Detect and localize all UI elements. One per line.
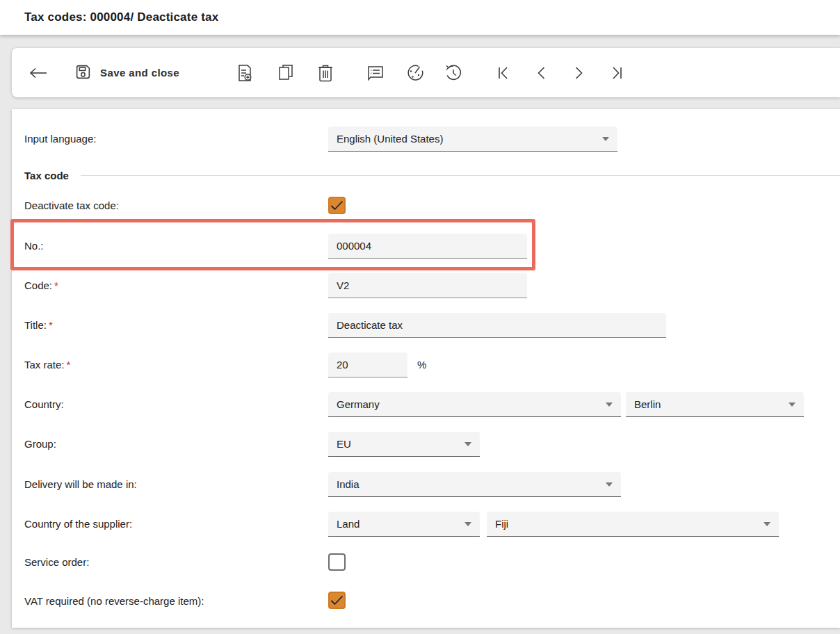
nav-previous-button[interactable] (533, 63, 549, 83)
tax-rate-input[interactable] (328, 352, 407, 377)
code-input[interactable] (328, 273, 527, 298)
nav-next-icon (574, 66, 584, 80)
delivery-label: Delivery will be made in: (24, 478, 137, 491)
supplier-type-value: Land (337, 518, 360, 530)
country-value: Germany (337, 398, 380, 410)
comment-list-icon (366, 65, 385, 81)
supplier-type-select[interactable]: Land (328, 512, 480, 537)
tax-rate-label: Tax rate:* (24, 358, 70, 372)
chevron-down-icon (606, 482, 613, 487)
supplier-country-value: Fiji (495, 518, 508, 530)
nav-first-button[interactable] (494, 63, 513, 83)
vat-required-label: VAT required (no reverse-charge item): (24, 594, 204, 608)
no-input[interactable] (328, 234, 527, 259)
region-value: Berlin (634, 398, 661, 410)
supplier-label: Country of the supplier: (24, 517, 132, 531)
copy-icon (277, 64, 294, 82)
chevron-down-icon (602, 137, 609, 141)
delete-button[interactable] (315, 61, 336, 85)
back-button[interactable] (26, 65, 50, 81)
deactivate-tax-code-label: Deactivate tax code: (24, 199, 119, 213)
deactivate-tax-code-checkbox[interactable] (328, 197, 346, 214)
chevron-down-icon (465, 442, 471, 446)
chevron-down-icon (789, 403, 795, 407)
new-record-button[interactable] (234, 61, 256, 85)
country-select[interactable]: Germany (328, 392, 621, 417)
section-title: Tax code (24, 170, 69, 181)
nav-previous-icon (536, 66, 546, 80)
nav-last-button[interactable] (607, 63, 627, 83)
chevron-down-icon (606, 403, 613, 407)
section-divider (81, 175, 840, 176)
supplier-country-select[interactable]: Fiji (487, 512, 779, 537)
save-icon (74, 63, 92, 83)
timer-button[interactable] (403, 61, 427, 85)
delivery-value: India (337, 478, 360, 490)
copy-button[interactable] (275, 61, 297, 85)
group-value: EU (337, 438, 351, 450)
chevron-down-icon (764, 522, 770, 526)
back-arrow-icon (29, 67, 47, 79)
code-label: Code:* (24, 279, 58, 293)
percent-suffix: % (417, 359, 426, 371)
history-button[interactable] (442, 61, 465, 85)
group-label: Group: (24, 437, 56, 451)
timer-gauge-icon (406, 64, 424, 82)
save-and-close-label: Save and close (100, 67, 179, 79)
chevron-down-icon (465, 522, 471, 526)
tax-code-section-header: Tax code (24, 170, 840, 181)
delivery-select[interactable]: India (328, 472, 621, 497)
nav-next-button[interactable] (572, 63, 587, 83)
comments-button[interactable] (364, 62, 387, 84)
trash-icon (318, 64, 333, 82)
document-add-icon (236, 64, 253, 82)
region-select[interactable]: Berlin (626, 392, 804, 417)
page-title: Tax codes: 000004/ Deacticate tax (24, 10, 218, 24)
save-and-close-button[interactable]: Save and close (74, 63, 179, 83)
form-panel: Input language: English (United States) … (12, 109, 840, 628)
required-asterisk: * (54, 279, 58, 291)
required-asterisk: * (67, 359, 71, 371)
nav-last-icon (610, 66, 624, 80)
country-label: Country: (24, 398, 64, 412)
input-language-label: Input language: (24, 132, 96, 146)
service-order-label: Service order: (24, 555, 89, 569)
title-input[interactable] (328, 313, 666, 338)
nav-first-icon (496, 66, 510, 80)
service-order-checkbox[interactable] (328, 553, 346, 571)
window-title-bar: Tax codes: 000004/ Deacticate tax (0, 0, 840, 35)
history-clock-icon (444, 64, 462, 82)
title-label: Title:* (24, 318, 53, 332)
no-label: No.: (24, 239, 44, 253)
group-select[interactable]: EU (328, 432, 480, 457)
toolbar: Save and close (12, 48, 840, 97)
input-language-value: English (United States) (337, 133, 443, 145)
required-asterisk: * (49, 319, 53, 331)
vat-required-checkbox[interactable] (328, 592, 346, 609)
input-language-select[interactable]: English (United States) (328, 127, 617, 152)
